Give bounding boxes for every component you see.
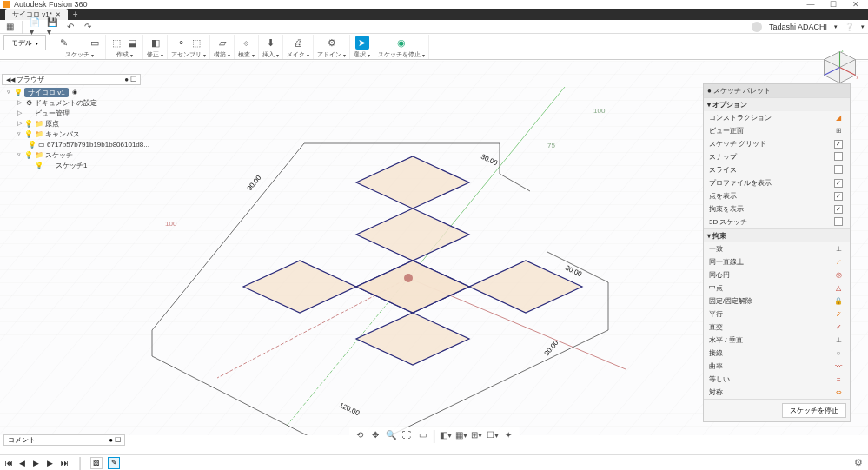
palette-option-row[interactable]: コンストラクション◢ (704, 111, 850, 124)
grid-settings-icon[interactable]: ⊞▾ (471, 428, 483, 440)
maximize-button[interactable]: ☐ (825, 0, 842, 9)
line-icon[interactable]: ─ (72, 36, 86, 50)
help-icon[interactable]: ❔ (845, 23, 854, 31)
timeline-start-button[interactable]: ⏮ (5, 459, 14, 467)
addins-icon[interactable]: ⚙ (325, 36, 339, 50)
palette-option-row[interactable]: スケッチ グリッド (704, 137, 850, 150)
zoom-icon[interactable]: 🔍 (385, 428, 397, 440)
constraint-row[interactable]: 平行⫽ (704, 308, 850, 321)
close-button[interactable]: ✕ (847, 0, 865, 9)
pin-icon[interactable]: ● (124, 76, 129, 83)
checkbox[interactable] (834, 140, 843, 149)
rectangle-icon[interactable]: ▭ (88, 36, 102, 50)
palette-section-options[interactable]: ▾ オプション (704, 97, 850, 111)
tree-item[interactable]: ▷⚙ドキュメントの設定 (2, 97, 141, 108)
stop-sketch-icon[interactable]: ◉ (394, 36, 408, 50)
constraint-label: 固定/固定解除 (709, 296, 832, 306)
orbit-icon[interactable]: ⟲ (354, 428, 366, 440)
user-avatar-icon[interactable] (752, 22, 762, 32)
file-menu-icon[interactable]: 📄▾ (30, 22, 42, 32)
fillet-icon[interactable]: ◧ (149, 36, 162, 50)
tree-item[interactable]: 💡▭6717b57b791b19b1b806101d8... (2, 139, 141, 149)
constraint-row[interactable]: 直交✓ (704, 321, 850, 334)
palette-option-row[interactable]: プロファイルを表示 (704, 176, 850, 189)
constraint-row[interactable]: 曲率〰 (704, 360, 850, 373)
palette-option-row[interactable]: 3D スケッチ (704, 215, 850, 228)
sketch-create-icon[interactable]: ✎ (56, 36, 70, 50)
undo-icon[interactable]: ↶ (64, 22, 76, 32)
look-at-icon[interactable]: ▭ (416, 428, 428, 440)
palette-section-constraints[interactable]: ▾ 拘束 (704, 228, 850, 242)
constraint-row[interactable]: 水平 / 垂直⊥ (704, 334, 850, 347)
constraint-row[interactable]: 同心円◎ (704, 268, 850, 281)
assembly-icon[interactable]: ⬚ (189, 36, 203, 50)
tree-item[interactable]: ▿💡📁キャンバス (2, 129, 141, 139)
ribbon-label: 修正 (147, 50, 159, 59)
make-icon[interactable]: 🖨 (291, 36, 305, 50)
pan-icon[interactable]: ✥ (369, 428, 381, 440)
tree-item[interactable]: 💡スケッチ1 (2, 160, 141, 170)
timeline-prev-button[interactable]: ◀ (19, 459, 28, 467)
option-label: スライス (709, 165, 832, 175)
workspace-selector[interactable]: モデル ▾ (3, 35, 46, 50)
insert-icon[interactable]: ⬇ (264, 36, 278, 50)
palette-option-row[interactable]: ビュー正面⊞ (704, 124, 850, 137)
palette-option-row[interactable]: 点を表示 (704, 189, 850, 202)
svg-point-12 (404, 274, 413, 282)
measure-icon[interactable]: ⟐ (240, 36, 254, 50)
constraint-label: 直交 (709, 322, 832, 332)
timeline-feature-sketch[interactable]: ✎ (108, 457, 120, 469)
timeline-next-button[interactable]: ▶ (47, 459, 56, 467)
checkbox[interactable] (834, 179, 843, 188)
checkbox[interactable] (834, 152, 843, 161)
timeline-feature-canvas[interactable]: ▧ (90, 457, 103, 469)
stop-sketch-button[interactable]: スケッチを停止 (782, 403, 846, 418)
checkbox[interactable] (834, 192, 843, 201)
viewport-icon[interactable]: ☐▾ (487, 428, 499, 440)
tree-item[interactable]: ▷ビュー管理 (2, 108, 141, 118)
palette-option-row[interactable]: スナップ (704, 150, 850, 163)
box-icon[interactable]: ⬚ (109, 36, 123, 50)
constraint-row[interactable]: 接線○ (704, 347, 850, 360)
extrude-icon[interactable]: ⬓ (125, 36, 139, 50)
tree-item[interactable]: ▿💡📁スケッチ (2, 149, 141, 160)
constraint-row[interactable]: 等しい= (704, 373, 850, 386)
joint-icon[interactable]: ⚬ (174, 36, 188, 50)
select-icon[interactable]: ➤ (355, 36, 369, 50)
constraint-row[interactable]: 中点△ (704, 281, 850, 295)
checkbox[interactable] (834, 217, 843, 226)
data-panel-icon[interactable]: ▦ (3, 22, 16, 32)
fit-icon[interactable]: ⛶ (401, 428, 413, 440)
comments-bar[interactable]: コメント ●☐ (3, 434, 125, 446)
timeline-play-button[interactable]: ▶ (33, 459, 42, 467)
constraint-row[interactable]: 同一直線上⟋ (704, 255, 850, 268)
help-dropdown-icon[interactable]: ▾ (861, 23, 865, 30)
redo-icon[interactable]: ↷ (82, 22, 94, 32)
user-name[interactable]: Tadashi ADACHI (769, 23, 827, 31)
user-dropdown-icon[interactable]: ▾ (834, 23, 838, 30)
svg-text:75: 75 (547, 142, 555, 149)
tree-root[interactable]: ▿💡 サイコロ v1 ◉ (2, 87, 141, 97)
tree-item-label: 6717b57b791b19b1b806101d8... (47, 141, 149, 149)
constraint-row[interactable]: 固定/固定解除🔒 (704, 295, 850, 308)
constraint-icon: = (832, 375, 845, 383)
tree-item-label: ビュー管理 (35, 109, 70, 118)
new-tab-button[interactable]: + (68, 10, 83, 19)
checkbox[interactable] (834, 165, 843, 174)
settings-gear-icon[interactable]: ⚙ (854, 457, 863, 468)
tree-item[interactable]: ▷💡📁原点 (2, 118, 141, 129)
save-icon[interactable]: 💾▾ (47, 22, 59, 32)
plane-icon[interactable]: ▱ (215, 36, 229, 50)
minimize-button[interactable]: — (802, 0, 819, 9)
timeline-end-button[interactable]: ⏭ (61, 459, 70, 467)
palette-option-row[interactable]: 拘束を表示 (704, 202, 850, 215)
viewcube[interactable]: x z (820, 48, 859, 87)
constraint-row[interactable]: 対称⇔ (704, 386, 850, 399)
display-style-icon[interactable]: ◧▾ (440, 428, 452, 440)
constraint-row[interactable]: 一致⊥ (704, 242, 850, 255)
effects-icon[interactable]: ✦ (502, 428, 514, 440)
palette-option-row[interactable]: スライス (704, 163, 850, 176)
browser-header[interactable]: ◀◀ ブラウザ ●☐ (2, 74, 141, 85)
visual-style-icon[interactable]: ▦▾ (455, 428, 467, 440)
checkbox[interactable] (834, 205, 843, 214)
